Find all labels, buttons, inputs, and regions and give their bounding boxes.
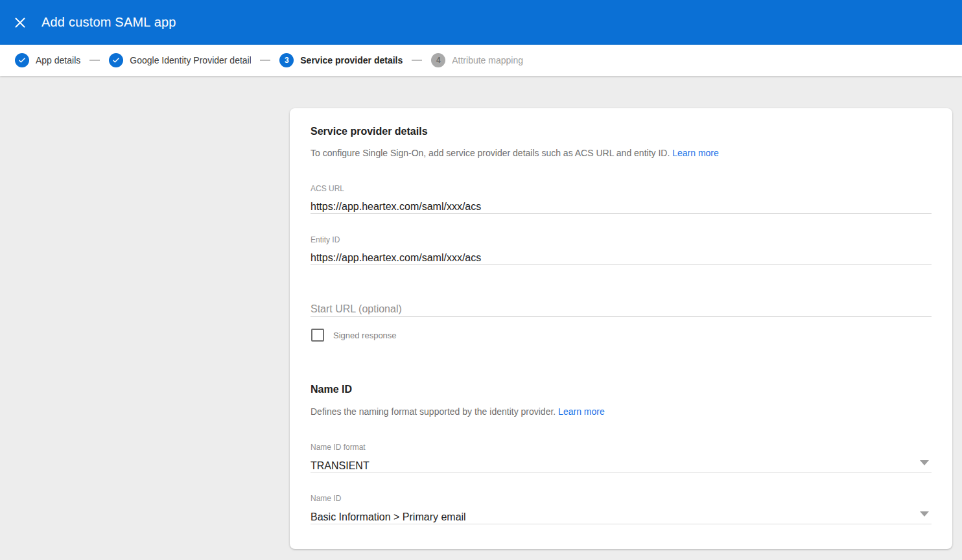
step-connector	[260, 60, 270, 61]
step-3-number-badge: 3	[279, 53, 294, 67]
dropdown-arrow-icon	[920, 511, 929, 517]
step-attribute-mapping[interactable]: 4 Attribute mapping	[431, 53, 523, 67]
service-provider-details-card: Service provider details To configure Si…	[290, 108, 952, 549]
start-url-input[interactable]: Start URL (optional)	[311, 301, 932, 317]
acs-url-input[interactable]: https://app.heartex.com/saml/xxx/acs	[311, 200, 932, 214]
signed-response-label: Signed response	[333, 331, 397, 340]
step-1-complete-check-icon	[15, 53, 29, 67]
step-2-complete-check-icon	[109, 53, 123, 67]
step-service-provider-details[interactable]: 3 Service provider details	[279, 53, 403, 67]
acs-url-label: ACS URL	[311, 184, 932, 193]
entity-id-input[interactable]: https://app.heartex.com/saml/xxx/acs	[311, 251, 932, 265]
close-button[interactable]	[14, 17, 26, 29]
step-app-details[interactable]: App details	[15, 53, 80, 67]
close-icon	[15, 18, 25, 28]
stepper: App details Google Identity Provider det…	[0, 45, 962, 76]
service-provider-description-text: To configure Single Sign-On, add service…	[311, 148, 670, 158]
start-url-field[interactable]: Start URL (optional)	[311, 301, 932, 317]
acs-url-field[interactable]: ACS URL https://app.heartex.com/saml/xxx…	[311, 184, 932, 214]
entity-id-field[interactable]: Entity ID https://app.heartex.com/saml/x…	[311, 235, 932, 265]
name-id-learn-more-link[interactable]: Learn more	[558, 406, 605, 417]
step-connector	[89, 60, 100, 61]
signed-response-checkbox[interactable]	[311, 329, 324, 342]
name-id-format-value[interactable]: TRANSIENT	[311, 459, 932, 473]
content-area: Service provider details To configure Si…	[0, 76, 962, 560]
step-1-label: App details	[36, 55, 80, 65]
dialog-title: Add custom SAML app	[41, 15, 176, 30]
name-id-description: Defines the naming format supported by t…	[311, 405, 932, 418]
signed-response-row[interactable]: Signed response	[311, 329, 932, 342]
step-2-label: Google Identity Provider details	[130, 55, 251, 65]
name-id-label: Name ID	[311, 494, 932, 503]
name-id-title: Name ID	[311, 383, 932, 396]
entity-id-label: Entity ID	[311, 235, 932, 244]
step-3-label: Service provider details	[300, 55, 403, 65]
name-id-description-text: Defines the naming format supported by t…	[311, 406, 556, 417]
step-connector	[412, 60, 422, 61]
service-provider-details-title: Service provider details	[311, 125, 932, 138]
dialog-header: Add custom SAML app	[0, 0, 962, 45]
step-4-number-badge: 4	[431, 53, 445, 67]
dropdown-arrow-icon	[920, 460, 929, 465]
name-id-format-label: Name ID format	[311, 443, 932, 452]
step-google-idp-details[interactable]: Google Identity Provider details	[109, 53, 251, 67]
name-id-select[interactable]: Name ID Basic Information > Primary emai…	[311, 494, 932, 524]
name-id-value[interactable]: Basic Information > Primary email	[311, 510, 932, 524]
service-provider-learn-more-link[interactable]: Learn more	[672, 148, 719, 158]
step-4-label: Attribute mapping	[452, 55, 523, 65]
name-id-format-select[interactable]: Name ID format TRANSIENT	[311, 443, 932, 473]
service-provider-description: To configure Single Sign-On, add service…	[311, 146, 932, 159]
add-custom-saml-app-dialog: Add custom SAML app App details Google I…	[0, 0, 962, 560]
